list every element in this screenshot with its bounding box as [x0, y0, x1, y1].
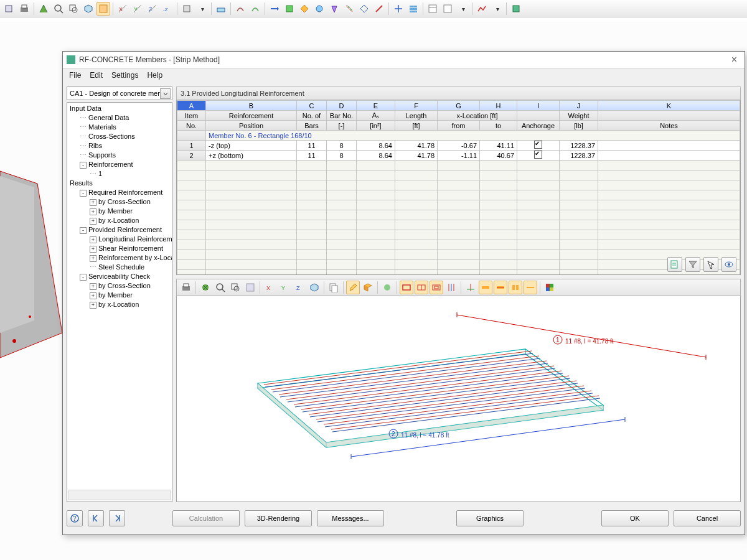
toolbar-btn-18[interactable]	[298, 2, 311, 16]
zoom-extents-icon[interactable]	[52, 2, 65, 16]
toolbar-btn-14[interactable]	[233, 2, 247, 16]
tree-node[interactable]: ⋯ Supports	[67, 151, 172, 160]
next-case-button[interactable]	[109, 510, 125, 526]
toolbar-btn-21[interactable]	[342, 2, 356, 16]
pv-iso-icon[interactable]	[308, 281, 321, 294]
zoom-window-icon[interactable]	[67, 2, 80, 16]
col-letter[interactable]: I	[517, 101, 560, 111]
table-row[interactable]: 2+z (bottom)1188.6441.78-1.1140.671228.3…	[177, 151, 740, 161]
grid-btn-view[interactable]	[721, 257, 736, 272]
tree-node[interactable]: +by x-Location	[67, 300, 172, 309]
case-combo[interactable]: CA1 - Design of concrete memb	[67, 86, 172, 100]
tree-node[interactable]: Input Data	[67, 104, 172, 113]
grid-btn-export[interactable]	[667, 257, 682, 272]
col-letter[interactable]: B	[206, 101, 297, 111]
col-letter[interactable]: E	[357, 101, 395, 111]
help-button[interactable]: ?	[67, 510, 83, 526]
tree-node[interactable]: ⋯ Cross-Sections	[67, 132, 172, 141]
toolbar-btn-1[interactable]	[2, 2, 16, 16]
toolbar-btn-28[interactable]	[475, 2, 489, 16]
col-letter[interactable]: H	[480, 101, 517, 111]
tree-node[interactable]: ⋯ Steel Schedule	[67, 263, 172, 272]
pv-btn-edit[interactable]	[346, 281, 360, 294]
toolbar-btn-3[interactable]	[37, 2, 50, 16]
toolbar-btn-13[interactable]	[214, 2, 228, 16]
pv-bug-icon[interactable]	[199, 281, 212, 294]
prev-case-button[interactable]	[88, 510, 104, 526]
tree-node[interactable]: -Provided Reinforcement	[67, 225, 172, 235]
tree-node[interactable]: ⋯ Ribs	[67, 141, 172, 151]
menu-file[interactable]: File	[69, 71, 81, 80]
preview-viewport[interactable]: 1 11 #8, l = 41.78 ft	[176, 296, 741, 502]
toolbar-btn-12b[interactable]: ▾	[195, 2, 209, 16]
toolbar-btn-23[interactable]	[372, 2, 386, 16]
tree-node[interactable]: +Longitudinal Reinforcement	[67, 235, 172, 244]
graphics-button[interactable]: Graphics	[456, 510, 524, 526]
toolbar-btn-26[interactable]	[426, 2, 439, 16]
tree-scrollbar[interactable]	[68, 490, 171, 500]
close-icon[interactable]: ×	[728, 54, 741, 65]
tree-node[interactable]: +by Cross-Section	[67, 281, 172, 291]
calculation-button[interactable]: Calculation	[172, 510, 240, 526]
toolbar-btn-28b[interactable]: ▾	[490, 2, 504, 16]
grid-btn-filter[interactable]	[685, 257, 700, 272]
pv-btn-y4[interactable]	[524, 281, 537, 294]
tree-node[interactable]: -Required Reinforcement	[67, 188, 172, 197]
pv-view-z-icon[interactable]: Z	[293, 281, 306, 294]
toolbar-btn-7[interactable]	[96, 2, 110, 16]
tree-node[interactable]: +by Member	[67, 291, 172, 300]
messages-button[interactable]: Messages...	[317, 510, 384, 526]
print-icon[interactable]	[17, 2, 31, 16]
col-letter[interactable]: F	[395, 101, 438, 111]
dialog-titlebar[interactable]: RF-CONCRETE Members - [Strip Method] ×	[63, 52, 745, 68]
col-letter[interactable]: A	[177, 101, 206, 111]
toolbar-btn-19[interactable]	[312, 2, 326, 16]
pv-btn-r2[interactable]	[415, 281, 428, 294]
toolbar-btn-12[interactable]	[180, 2, 194, 16]
col-letter[interactable]: G	[438, 101, 480, 111]
toolbar-btn-27[interactable]	[441, 2, 454, 16]
pv-btn-ax[interactable]	[464, 281, 477, 294]
pv-btn-3d[interactable]	[361, 281, 375, 294]
toolbar-btn-17[interactable]	[283, 2, 296, 16]
anchorage-checkbox[interactable]	[534, 141, 542, 149]
pv-print-icon[interactable]	[179, 281, 193, 294]
pv-btn-y3[interactable]	[509, 281, 522, 294]
toolbar-btn-22[interactable]	[357, 2, 371, 16]
col-letter[interactable]: J	[560, 101, 598, 111]
pv-btn-copy[interactable]	[327, 281, 341, 294]
pv-btn-r1[interactable]	[400, 281, 413, 294]
toolbar-btn-25[interactable]	[406, 2, 420, 16]
toolbar-btn-20[interactable]	[327, 2, 341, 16]
toolbar-btn-16[interactable]	[268, 2, 281, 16]
pv-zoom-win-icon[interactable]	[228, 281, 242, 294]
toolbar-btn-29[interactable]	[509, 2, 523, 16]
tree-node[interactable]: +Reinforcement by x-Locatio	[67, 253, 172, 263]
pv-btn-color[interactable]	[543, 281, 557, 294]
grid-btn-select[interactable]	[703, 257, 718, 272]
anchorage-checkbox[interactable]	[534, 151, 542, 159]
pv-btn-y1[interactable]	[479, 281, 492, 294]
pv-btn-bars[interactable]	[444, 281, 458, 294]
view-x-icon[interactable]: X	[116, 2, 129, 16]
tree-node[interactable]: +by x-Location	[67, 216, 172, 225]
results-grid[interactable]: ABCDEFGHIJKItemReinforcementNo. ofBar No…	[176, 100, 741, 275]
tree-node[interactable]: +by Cross-Section	[67, 197, 172, 207]
cancel-button[interactable]: Cancel	[674, 510, 741, 526]
pv-view-x-icon[interactable]: X	[263, 281, 276, 294]
tree-node[interactable]: ⋯ Materials	[67, 123, 172, 132]
navigator-tree[interactable]: Input Data⋯ General Data⋯ Materials⋯ Cro…	[67, 102, 172, 502]
tree-node[interactable]: +by Member	[67, 207, 172, 216]
pv-view-y-icon[interactable]: Y	[278, 281, 291, 294]
menu-settings[interactable]: Settings	[111, 71, 138, 80]
menu-edit[interactable]: Edit	[90, 71, 103, 80]
tree-node[interactable]: ⋯ General Data	[67, 113, 172, 123]
tree-node[interactable]: +Shear Reinforcement	[67, 244, 172, 253]
pv-btn-r3[interactable]	[430, 281, 443, 294]
toolbar-btn-24[interactable]	[392, 2, 405, 16]
toolbar-btn-27b[interactable]: ▾	[456, 2, 469, 16]
isometric-icon[interactable]	[82, 2, 95, 16]
col-letter[interactable]: K	[598, 101, 740, 111]
tree-node[interactable]: ⋯ 1	[67, 169, 172, 179]
pv-btn-a[interactable]	[243, 281, 257, 294]
